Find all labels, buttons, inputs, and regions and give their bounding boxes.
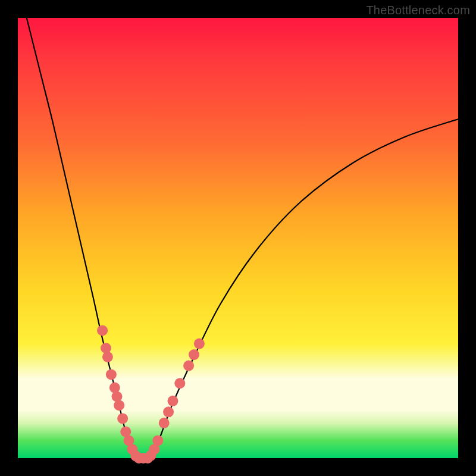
highlight-dot [102, 352, 113, 362]
watermark-label: TheBottleneck.com [366, 4, 470, 17]
highlight-dot [189, 349, 199, 360]
highlight-dot [106, 369, 117, 380]
right-curve [150, 119, 458, 458]
left-curve [27, 18, 137, 458]
highlight-dot [117, 413, 128, 424]
highlight-dot [152, 435, 163, 446]
chart-frame: TheBottleneck.com [0, 0, 476, 476]
highlight-dot [174, 378, 185, 389]
plot-area [18, 18, 458, 458]
highlight-dot [159, 418, 170, 428]
highlight-dot [194, 339, 205, 349]
highlight-dot [101, 343, 111, 353]
highlight-dots [97, 325, 205, 464]
highlight-dot [114, 400, 124, 411]
highlight-dot [97, 325, 108, 336]
curve-layer [18, 18, 458, 458]
highlight-dot [183, 361, 194, 371]
highlight-dot [163, 406, 174, 417]
highlight-dot [167, 396, 178, 406]
